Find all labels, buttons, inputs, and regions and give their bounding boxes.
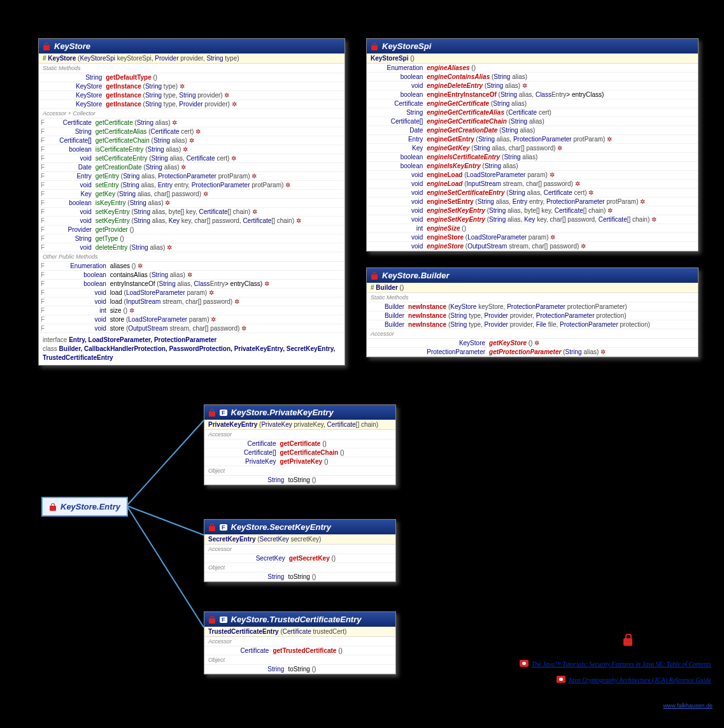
lock-icon xyxy=(208,408,216,417)
method-row: EnumerationengineAliases () xyxy=(367,64,698,73)
class-footer: interface Entry, LoadStoreParameter, Pro… xyxy=(39,333,344,365)
lock-icon xyxy=(208,523,216,532)
lock-icon xyxy=(371,42,378,51)
method-row: voidengineLoad (LoadStoreParameter param… xyxy=(367,171,698,180)
method-row: voidengineStore (OutputStream stream, ch… xyxy=(367,242,698,251)
method-row: FbooleanisKeyEntry (String alias) ✲ xyxy=(39,199,344,208)
package-label: java.security xyxy=(622,632,711,648)
method-row: voidengineSetEntry (String alias, Entry … xyxy=(367,197,698,206)
section-static: Static Methods xyxy=(39,64,344,73)
lock-icon xyxy=(371,271,378,280)
method-row: KeyStoregetInstance (String type, String… xyxy=(39,91,344,100)
method-row: StringtoString () xyxy=(204,665,395,674)
method-row: FbooleancontainsAlias (String alias) ✲ xyxy=(39,271,344,280)
class-keystorespi: KeyStoreSpi KeyStoreSpi () Enumerationen… xyxy=(366,38,699,252)
ctor-params-tce: (Certificate trustedCert) xyxy=(280,628,346,635)
method-row: Fvoidload (LoadStoreParameter param) ✲ xyxy=(39,289,344,297)
oracle-icon xyxy=(520,660,529,667)
method-row: FCertificate[]getCertificateChain (Strin… xyxy=(39,136,344,145)
method-row: FStringgetType () xyxy=(39,234,344,243)
method-row: booleanengineIsKeyEntry (String alias) xyxy=(367,162,698,171)
oracle-icon xyxy=(557,676,565,683)
class-title: KeyStore.TrustedCertificateEntry xyxy=(231,615,362,624)
constructor: # KeyStore (KeyStoreSpi keyStoreSpi, Pro… xyxy=(39,54,344,64)
method-row: FbooleanentryInstanceOf (String alias, C… xyxy=(39,280,344,289)
method-row: voidengineSetKeyEntry (String alias, Key… xyxy=(367,215,698,224)
method-row: FStringgetCertificateAlias (Certificate … xyxy=(39,127,344,136)
class-title: KeyStore xyxy=(54,41,90,51)
section-other: Other Public Methods xyxy=(39,252,344,262)
method-row: ProtectionParametergetProtectionParamete… xyxy=(367,348,698,357)
lock-icon xyxy=(622,633,634,647)
method-row: StringgetDefaultType () xyxy=(39,73,344,82)
ctor-params-pke: (PrivateKey privateKey, Certificate[] ch… xyxy=(259,421,378,428)
method-row: CertificateengineGetCertificate (String … xyxy=(367,99,698,108)
method-row: FCertificategetCertificate (String alias… xyxy=(39,118,344,127)
svg-line-0 xyxy=(127,420,204,506)
method-row: KeyStoregetInstance (String type) ✲ xyxy=(39,82,344,91)
method-row: BuildernewInstance (KeyStore keyStore, P… xyxy=(367,303,698,311)
method-row: CertificategetTrustedCertificate () xyxy=(204,646,395,655)
method-row: BuildernewInstance (String type, Provide… xyxy=(367,311,698,320)
method-row: FvoidsetKeyEntry (String alias, byte[] k… xyxy=(39,208,344,217)
method-row: BuildernewInstance (String type, Provide… xyxy=(367,320,698,329)
lock-icon xyxy=(49,503,57,511)
method-row: PrivateKeygetPrivateKey () xyxy=(204,457,395,466)
credit-link[interactable]: www.falkhausen.de xyxy=(663,703,713,709)
tutorial-link[interactable]: The Java™ Tutorials: Security Features i… xyxy=(520,660,711,667)
interface-name: KeyStore.Entry xyxy=(60,502,120,511)
method-row: Fvoidstore (OutputStream stream, char[] … xyxy=(39,324,344,333)
method-row: FvoiddeleteEntry (String alias) ✲ xyxy=(39,243,344,252)
method-row: booleanengineIsCertificateEntry (String … xyxy=(367,153,698,162)
method-row: voidengineSetKeyEntry (String alias, byt… xyxy=(367,206,698,215)
method-row: FKeygetKey (String alias, char[] passwor… xyxy=(39,190,344,199)
method-row: StringengineGetCertificateAlias (Certifi… xyxy=(367,108,698,117)
interface-keystore-entry[interactable]: KeyStore.Entry xyxy=(41,497,128,517)
class-trustedcertentry: FKeyStore.TrustedCertificateEntry Truste… xyxy=(204,611,396,674)
method-row: FEntrygetEntry (String alias, Protection… xyxy=(39,172,344,181)
method-row: intengineSize () xyxy=(367,224,698,233)
method-row: Fintsize () ✲ xyxy=(39,306,344,315)
method-row: FvoidsetCertificateEntry (String alias, … xyxy=(39,154,344,163)
method-row: SecretKeygetSecretKey () xyxy=(204,554,395,563)
method-row: booleanengineEntryInstanceOf (String ali… xyxy=(367,90,698,99)
class-title: KeyStore.SecretKeyEntry xyxy=(231,522,332,532)
method-row: voidengineSetCertificateEntry (String al… xyxy=(367,189,698,197)
method-row: DateengineGetCreationDate (String alias) xyxy=(367,126,698,135)
method-row: KeyStoregetKeyStore () ✲ xyxy=(367,339,698,348)
class-secretkeyentry: FKeyStore.SecretKeyEntry SecretKeyEntry … xyxy=(204,519,396,582)
method-row: EntryengineGetEntry (String alias, Prote… xyxy=(367,135,698,144)
method-row: FbooleanisCertificateEntry (String alias… xyxy=(39,145,344,154)
section-accessor: Accessor + Collector xyxy=(39,109,344,118)
method-row: CertificategetCertificate () xyxy=(204,439,395,448)
method-row: Certificate[]getCertificateChain () xyxy=(204,448,395,457)
method-row: Certificate[]engineGetCertificateChain (… xyxy=(367,117,698,126)
method-row: voidengineStore (LoadStoreParameter para… xyxy=(367,233,698,242)
lock-icon xyxy=(43,42,50,51)
method-row: booleanengineContainsAlias (String alias… xyxy=(367,73,698,82)
class-privatekeyentry: FKeyStore.PrivateKeyEntry PrivateKeyEntr… xyxy=(204,404,396,485)
class-title: KeyStore.Builder xyxy=(382,271,449,280)
method-row: StringtoString () xyxy=(204,573,395,582)
class-builder: KeyStore.Builder # Builder () Static Met… xyxy=(366,268,699,357)
method-row: FProvidergetProvider () xyxy=(39,225,344,234)
card-header: KeyStore xyxy=(39,39,344,54)
svg-line-2 xyxy=(127,506,204,627)
ctor-params-ske: (SecretKey secretKey) xyxy=(257,536,321,543)
method-row: voidengineDeleteEntry (String alias) ✲ xyxy=(367,82,698,90)
method-row: StringtoString () xyxy=(204,476,395,485)
class-title: KeyStoreSpi xyxy=(382,41,431,51)
class-title: KeyStore.PrivateKeyEntry xyxy=(231,408,334,417)
class-keystore: KeyStore # KeyStore (KeyStoreSpi keyStor… xyxy=(38,38,345,366)
method-row: FEnumerationaliases () ✲ xyxy=(39,262,344,271)
lock-icon xyxy=(208,615,216,624)
method-row: KeyStoregetInstance (String type, Provid… xyxy=(39,100,344,109)
method-row: FDategetCreationDate (String alias) ✲ xyxy=(39,163,344,172)
method-row: Fvoidstore (LoadStoreParameter param) ✲ xyxy=(39,315,344,324)
method-row: FvoidsetKeyEntry (String alias, Key key,… xyxy=(39,217,344,225)
svg-line-1 xyxy=(127,506,204,535)
method-row: KeyengineGetKey (String alias, char[] pa… xyxy=(367,144,698,153)
method-row: FvoidsetEntry (String alias, Entry entry… xyxy=(39,181,344,190)
method-row: Fvoidload (InputStream stream, char[] pa… xyxy=(39,297,344,306)
jca-link[interactable]: Java Cryptography Architecture (JCA) Ref… xyxy=(557,676,711,683)
